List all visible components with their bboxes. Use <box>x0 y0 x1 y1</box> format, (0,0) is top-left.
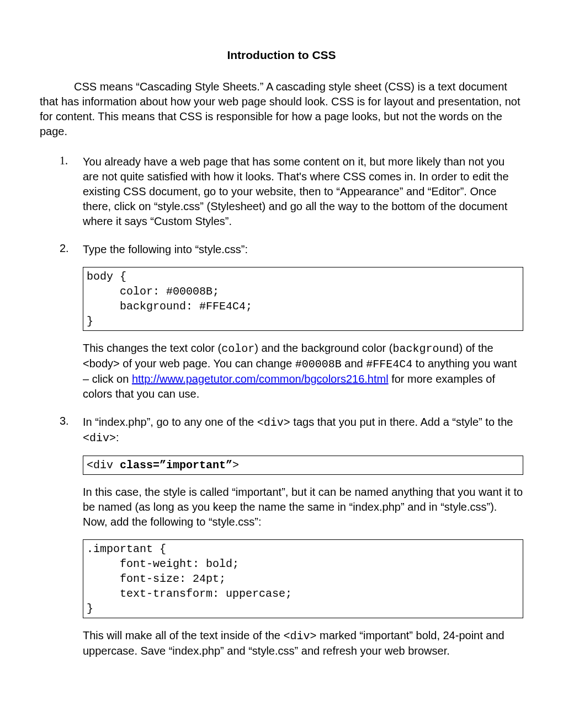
ordered-list: 1. You already have a web page that has … <box>60 154 523 659</box>
code-inline-background: background <box>392 342 459 355</box>
code-block-div: <div class=”important”> <box>83 456 523 475</box>
item-3-paragraph-b: This will make all of the text inside of… <box>83 628 523 659</box>
code-bold: class=”important” <box>120 459 232 472</box>
txt: This will make all of the text inside of… <box>83 629 284 641</box>
list-item-1: 1. You already have a web page that has … <box>60 154 523 229</box>
code-inline-color: color <box>221 342 254 355</box>
txt: In “index.php”, go to any one of the <box>83 416 257 428</box>
txt: ) and the background color ( <box>254 342 392 354</box>
code-txt: <div <box>87 459 120 472</box>
code-block-body: body { color: #00008B; background: #FFE4… <box>83 267 523 331</box>
code-inline-div: <div> <box>83 432 116 445</box>
item-number: 1. <box>60 154 68 167</box>
list-item-2: 2. Type the following into “style.css”: … <box>60 242 523 402</box>
code-block-important: .important { font-weight: bold; font-siz… <box>83 539 523 618</box>
txt: : <box>116 431 119 443</box>
list-item-3: 3. In “index.php”, go to any one of the … <box>60 415 523 659</box>
item-2-text: Type the following into “style.css”: <box>83 242 523 257</box>
txt: tags that you put in there. Add a “style… <box>290 416 513 428</box>
item-2-paragraph: This changes the text color (color) and … <box>83 341 523 402</box>
code-txt: > <box>232 459 239 472</box>
code-inline-hex: #00008B <box>295 358 342 371</box>
item-1-text: You already have a web page that has som… <box>83 154 523 229</box>
item-number: 2. <box>60 242 69 255</box>
item-3-text: In “index.php”, go to any one of the <di… <box>83 415 523 446</box>
code-inline-div: <div> <box>284 630 317 643</box>
page-title: Introduction to CSS <box>40 49 523 62</box>
code-inline-hex: #FFE4C4 <box>366 358 412 371</box>
txt: This changes the text color ( <box>83 342 221 354</box>
intro-paragraph: CSS means “Cascading Style Sheets.” A ca… <box>40 79 523 139</box>
item-number: 3. <box>60 415 69 427</box>
item-3-paragraph-a: In this case, the style is called “impor… <box>83 485 523 529</box>
txt: and <box>342 357 366 370</box>
pagetutor-link[interactable]: http://www.pagetutor.com/common/bgcolors… <box>132 373 389 385</box>
intro-text: CSS means “Cascading Style Sheets.” A ca… <box>40 81 520 137</box>
code-inline-div: <div> <box>257 416 290 429</box>
